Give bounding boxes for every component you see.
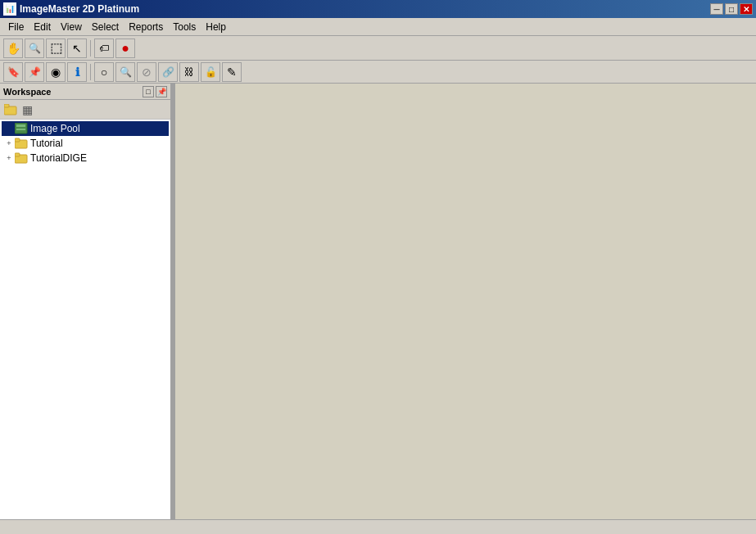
workspace-grid-button[interactable]: ▦ xyxy=(20,102,34,117)
svg-rect-4 xyxy=(16,129,25,130)
tree-area: Image Pool + Tutorial + xyxy=(0,120,170,519)
menu-view[interactable]: View xyxy=(56,20,87,34)
toolbar-separator-2 xyxy=(90,64,91,80)
unlink-tool-button[interactable]: 🔓 xyxy=(201,62,220,82)
link-tool-button[interactable]: 🔗 xyxy=(158,62,178,82)
hand-tool-button[interactable]: ✋ xyxy=(3,38,23,58)
tree-item-tutorial-dige[interactable]: + TutorialDIGE xyxy=(2,151,169,165)
pool-icon xyxy=(15,123,28,134)
menu-select[interactable]: Select xyxy=(87,20,124,34)
tree-label-tutorial: Tutorial xyxy=(30,138,63,149)
window-title: ImageMaster 2D Platinum xyxy=(20,3,710,15)
content-inner xyxy=(175,84,756,519)
pen-tool-button[interactable]: ✎ xyxy=(222,62,242,82)
tag-tool-button[interactable]: 🏷 xyxy=(94,38,114,58)
svg-rect-6 xyxy=(15,138,20,142)
stop-tool-button[interactable]: ● xyxy=(115,38,135,58)
info-tool-button[interactable]: ℹ xyxy=(67,62,87,82)
expand-icon-image-pool xyxy=(3,123,15,134)
svg-rect-8 xyxy=(15,153,20,156)
maximize-button[interactable]: □ xyxy=(725,3,738,15)
status-bar xyxy=(0,519,756,534)
minimize-button[interactable]: ─ xyxy=(710,3,723,15)
svg-rect-2 xyxy=(15,123,27,134)
expand-icon-tutorial: + xyxy=(3,138,15,149)
tree-item-tutorial[interactable]: + Tutorial xyxy=(2,136,169,151)
toolbar-main: ✋ 🔍 ⬚ ↖ 🏷 ● xyxy=(0,36,756,61)
workspace-header-buttons: □ 📌 xyxy=(143,86,167,97)
main-area: Workspace □ 📌 ▦ xyxy=(0,84,756,519)
rect-select-button[interactable]: ⬚ xyxy=(46,38,66,58)
bookmark-tool-button[interactable]: 🔖 xyxy=(3,62,23,82)
menu-help[interactable]: Help xyxy=(201,20,231,34)
workspace-pin-button[interactable]: 📌 xyxy=(156,86,167,97)
content-area xyxy=(175,84,756,519)
window-controls: ─ □ ✕ xyxy=(710,3,753,15)
title-bar: 📊 ImageMaster 2D Platinum ─ □ ✕ xyxy=(0,0,756,18)
toolbar-secondary: 🔖 📌 ◉ ℹ ○ 🔍 ⊘ 🔗 ⛓ 🔓 ✎ xyxy=(0,61,756,84)
ellipse-tool-button[interactable]: ○ xyxy=(94,62,114,82)
folder-icon-tutorial xyxy=(15,138,28,149)
zoom-tool-button[interactable]: 🔍 xyxy=(25,38,44,58)
menu-reports[interactable]: Reports xyxy=(124,20,168,34)
app-icon: 📊 xyxy=(3,2,16,16)
tree-item-image-pool[interactable]: Image Pool xyxy=(2,121,169,136)
tree-label-image-pool: Image Pool xyxy=(30,123,80,134)
svg-rect-3 xyxy=(16,124,25,127)
workspace-float-button[interactable]: □ xyxy=(143,86,154,97)
circle-tool-button[interactable]: ◉ xyxy=(46,62,66,82)
menu-bar: File Edit View Select Reports Tools Help xyxy=(0,18,756,36)
zoom2-tool-button[interactable]: 🔍 xyxy=(115,62,135,82)
menu-tools[interactable]: Tools xyxy=(168,20,201,34)
pin-tool-button[interactable]: 📌 xyxy=(25,62,44,82)
close-button[interactable]: ✕ xyxy=(740,3,753,15)
workspace-toolbar: ▦ xyxy=(0,100,170,120)
arrow-tool-button[interactable]: ↖ xyxy=(67,38,87,58)
workspace-panel: Workspace □ 📌 ▦ xyxy=(0,84,172,519)
expand-icon-tutorial-dige: + xyxy=(3,152,15,164)
folder-icon-tutorial-dige xyxy=(15,152,28,164)
workspace-header: Workspace □ 📌 xyxy=(0,84,170,100)
menu-edit[interactable]: Edit xyxy=(29,20,56,34)
cancel-tool-button[interactable]: ⊘ xyxy=(137,62,156,82)
workspace-folder-button[interactable] xyxy=(3,102,18,117)
workspace-title: Workspace xyxy=(3,87,143,97)
menu-file[interactable]: File xyxy=(3,20,29,34)
toolbar-separator-1 xyxy=(90,40,91,57)
svg-rect-1 xyxy=(4,104,9,107)
tree-label-tutorial-dige: TutorialDIGE xyxy=(30,152,87,164)
link2-tool-button[interactable]: ⛓ xyxy=(179,62,199,82)
